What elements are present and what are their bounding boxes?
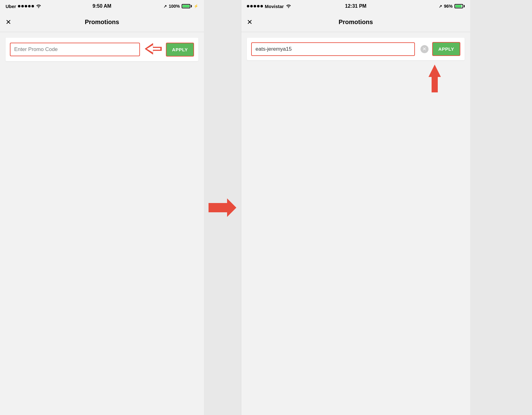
- promo-code-input-2[interactable]: [255, 46, 411, 52]
- signal-dots-1: [18, 5, 34, 7]
- close-button-2[interactable]: ✕: [247, 18, 252, 26]
- battery-fill-1: [183, 5, 189, 7]
- carrier-label-2: Movistar: [265, 4, 284, 9]
- apply-button-2[interactable]: APPLY: [432, 42, 460, 56]
- dot: [32, 5, 34, 7]
- left-arrow-annotation: [144, 42, 162, 57]
- up-arrow-annotation: [427, 63, 442, 95]
- dot: [18, 5, 20, 7]
- battery-tip-2: [464, 5, 465, 7]
- status-bar-1: Uber 9:50 AM ↗ 100%: [0, 0, 204, 12]
- dot: [28, 5, 31, 7]
- clear-button-2[interactable]: ✕: [420, 45, 429, 53]
- nav-title-2: Promotions: [339, 19, 373, 26]
- close-button-1[interactable]: ✕: [6, 18, 11, 26]
- status-bar-right-2: ↗ 96%: [439, 4, 465, 9]
- content-area-2: ✕ APPLY: [241, 32, 470, 415]
- charging-icon-1: ⚡: [194, 4, 198, 8]
- dot: [257, 5, 260, 7]
- time-label-2: 12:31 PM: [345, 3, 366, 9]
- wifi-icon-1: [36, 4, 41, 9]
- content-area-1: APPLY: [0, 32, 204, 415]
- wifi-icon-2: [286, 4, 291, 9]
- battery-2: [454, 4, 465, 8]
- battery-body-2: [454, 4, 463, 8]
- battery-1: [182, 4, 192, 8]
- dot: [260, 5, 263, 7]
- apply-button-1[interactable]: APPLY: [166, 43, 194, 57]
- nav-title-1: Promotions: [85, 19, 119, 26]
- promo-input-wrapper-2: [251, 42, 415, 56]
- carrier-label-1: Uber: [6, 4, 16, 9]
- battery-percent-1: 100%: [169, 4, 180, 9]
- dot: [21, 5, 24, 7]
- phone-screen-2: Movistar 12:31 PM ↗ 96% ✕ Promotions: [241, 0, 470, 415]
- promo-code-input-1[interactable]: [14, 46, 136, 53]
- battery-tip-1: [191, 5, 192, 7]
- dot: [247, 5, 249, 7]
- time-label-1: 9:50 AM: [93, 3, 112, 9]
- dot: [254, 5, 256, 7]
- status-bar-left-1: Uber: [6, 4, 41, 9]
- status-bar-left-2: Movistar: [247, 4, 291, 9]
- status-bar-2: Movistar 12:31 PM ↗ 96%: [241, 0, 470, 12]
- location-arrow-1: ↗: [163, 4, 167, 9]
- dot: [25, 5, 27, 7]
- battery-body-1: [182, 4, 190, 8]
- nav-bar-2: ✕ Promotions: [241, 12, 470, 32]
- promo-row-1: APPLY: [6, 38, 198, 61]
- middle-arrow-container: [204, 0, 241, 415]
- signal-dots-2: [247, 5, 263, 7]
- nav-bar-1: ✕ Promotions: [0, 12, 204, 32]
- svg-marker-3: [429, 65, 441, 92]
- promo-input-wrapper-1: [10, 43, 140, 56]
- location-arrow-2: ↗: [439, 4, 442, 9]
- dot: [250, 5, 253, 7]
- battery-percent-2: 96%: [444, 4, 453, 9]
- battery-fill-2: [455, 5, 462, 7]
- status-bar-right-1: ↗ 100% ⚡: [163, 4, 198, 9]
- promo-row-2: ✕ APPLY: [247, 38, 465, 60]
- svg-marker-2: [209, 198, 236, 217]
- phone-screen-1: Uber 9:50 AM ↗ 100%: [0, 0, 204, 415]
- transition-arrow: [207, 197, 238, 218]
